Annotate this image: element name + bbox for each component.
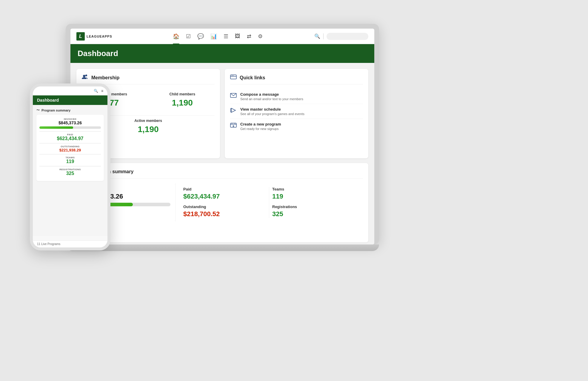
child-members-value: 1,190 xyxy=(153,98,212,108)
teams-label: Teams xyxy=(272,187,355,191)
nav-messages-icon[interactable]: 💬 xyxy=(197,33,204,40)
phone-content: 〜 Program summary INVOICED $845,373.26 P… xyxy=(33,105,107,236)
new-program-text: Create a new program Get ready for new s… xyxy=(240,122,281,131)
outstanding-block: Outstanding $218,700.52 xyxy=(183,205,266,218)
nav-divider xyxy=(323,33,324,39)
registrations-label: Registrations xyxy=(272,205,355,209)
phone-paid: PAID $623,434.97 xyxy=(39,133,101,141)
schedule-desc: See all of your program's games and even… xyxy=(240,112,304,116)
compose-title: Compose a message xyxy=(240,92,303,97)
page-title: Dashboard xyxy=(78,49,367,58)
phone-registrations-value: 325 xyxy=(39,171,101,176)
logo-icon: L xyxy=(76,32,85,41)
phone-divider-3 xyxy=(39,154,101,154)
quick-links-icon xyxy=(230,74,237,81)
phone-invoiced: INVOICED $845,373.26 xyxy=(39,118,101,129)
phone-outstanding: OUTSTANDING $221,938.29 xyxy=(39,145,101,152)
phone-teams: TEAMS 119 xyxy=(39,156,101,164)
nav-settings-icon[interactable]: ⚙ xyxy=(258,33,263,40)
child-members-block: Child members 1,190 xyxy=(150,89,215,111)
logo: L LEAGUEAPPS xyxy=(76,32,112,41)
phone-paid-value: $623,434.97 xyxy=(39,136,101,141)
phone-registrations-label: REGISTRATIONS xyxy=(39,168,101,171)
svg-point-0 xyxy=(83,75,85,77)
right-stats: Paid $623,434.97 Outstanding $218,700.52… xyxy=(176,183,363,222)
logo-letter: L xyxy=(79,34,82,39)
schedule-icon xyxy=(230,108,237,114)
phone-teams-label: TEAMS xyxy=(39,156,101,159)
nav-home-icon[interactable]: 🏠 xyxy=(173,33,179,40)
live-programs-text: 11 Live Programs xyxy=(37,242,60,246)
phone-teams-value: 119 xyxy=(39,159,101,164)
phone-status-bar: 🔍 ≡ xyxy=(33,86,107,95)
phone-divider-1 xyxy=(39,131,101,131)
quick-link-schedule[interactable]: View master schedule See all of your pro… xyxy=(230,104,363,119)
program-stats: Invoiced $845,373.26 Paid $623,434.97 xyxy=(82,183,363,222)
compose-icon xyxy=(230,93,237,100)
phone-program-summary-title: 〜 Program summary xyxy=(36,108,104,112)
phone-program-icon: 〜 xyxy=(36,108,40,112)
menu-icon-phone[interactable]: ≡ xyxy=(101,89,103,93)
nav-right: 🔍 xyxy=(314,33,368,40)
phone-paid-label: PAID xyxy=(39,133,101,136)
search-icon-phone[interactable]: 🔍 xyxy=(94,89,98,93)
phone-outstanding-label: OUTSTANDING xyxy=(39,145,101,148)
quick-link-new-program[interactable]: Create a new program Get ready for new s… xyxy=(230,119,363,134)
laptop-screen: L LEAGUEAPPS 🏠 ☑ 💬 📊 ☰ 🖼 ⇄ ⚙ xyxy=(70,29,374,244)
outstanding-label: Outstanding xyxy=(183,205,266,209)
search-bar[interactable] xyxy=(327,33,368,40)
teams-reg-block: Teams 119 Registrations 325 xyxy=(269,187,358,218)
phone-registrations: REGISTRATIONS 325 xyxy=(39,168,101,176)
phone-progress-fill xyxy=(39,126,73,129)
program-summary-card: Program summary Invoiced $845,373.26 xyxy=(76,163,368,243)
new-program-title: Create a new program xyxy=(240,122,281,126)
phone-bottom-bar: 11 Live Programs xyxy=(33,240,107,247)
dashboard-header: Dashboard xyxy=(70,44,374,63)
nav-chart-icon[interactable]: 📊 xyxy=(210,33,217,40)
phone: 🔍 ≡ Dashboard 〜 Program summary INVOICED… xyxy=(30,83,110,250)
nav-image-icon[interactable]: 🖼 xyxy=(235,33,240,39)
quick-links-header: Quick links xyxy=(230,74,363,84)
phone-outstanding-value: $221,938.29 xyxy=(39,148,101,152)
search-icon[interactable]: 🔍 xyxy=(314,33,320,39)
paid-label: Paid xyxy=(183,187,266,191)
nav-bar: L LEAGUEAPPS 🏠 ☑ 💬 📊 ☰ 🖼 ⇄ ⚙ xyxy=(70,29,374,44)
outstanding-value: $218,700.52 xyxy=(183,210,266,218)
phone-header: Dashboard xyxy=(33,95,107,105)
paid-value: $623,434.97 xyxy=(183,193,266,200)
schedule-text: View master schedule See all of your pro… xyxy=(240,107,304,116)
laptop-screen-outer: L LEAGUEAPPS 🏠 ☑ 💬 📊 ☰ 🖼 ⇄ ⚙ xyxy=(66,24,379,244)
nav-transfer-icon[interactable]: ⇄ xyxy=(247,33,251,40)
phone-progress-bar xyxy=(39,126,101,129)
logo-text: LEAGUEAPPS xyxy=(87,35,112,38)
svg-point-5 xyxy=(233,75,233,76)
new-program-desc: Get ready for new signups xyxy=(240,127,281,131)
phone-invoiced-value: $845,373.26 xyxy=(39,120,101,125)
registrations-value: 325 xyxy=(272,210,355,218)
membership-icon xyxy=(82,74,88,81)
laptop-base xyxy=(66,244,379,251)
membership-title: Membership xyxy=(91,75,119,80)
quick-links-title: Quick links xyxy=(240,75,265,80)
scene: L LEAGUEAPPS 🏠 ☑ 💬 📊 ☰ 🖼 ⇄ ⚙ xyxy=(0,0,588,381)
laptop: L LEAGUEAPPS 🏠 ☑ 💬 📊 ☰ 🖼 ⇄ ⚙ xyxy=(66,24,379,352)
paid-block: Paid $623,434.97 Outstanding $218,700.52 xyxy=(180,187,269,218)
nav-list-icon[interactable]: ☰ xyxy=(224,33,228,40)
phone-stats-card: INVOICED $845,373.26 PAID $623,434.97 OU… xyxy=(36,115,104,181)
svg-point-4 xyxy=(232,75,232,76)
program-summary-header: Program summary xyxy=(82,168,363,179)
child-members-label: Child members xyxy=(153,92,212,96)
quick-link-compose[interactable]: Compose a message Send an email and/or t… xyxy=(230,89,363,104)
new-program-icon xyxy=(230,123,237,129)
registrations-block: Registrations 325 xyxy=(272,205,355,218)
compose-desc: Send an email and/or text to your member… xyxy=(240,97,303,101)
svg-rect-2 xyxy=(230,75,236,79)
svg-point-1 xyxy=(85,75,87,76)
phone-divider-2 xyxy=(39,143,101,143)
main-content: Membership Adult members 77 Child member… xyxy=(70,63,374,244)
nav-tasks-icon[interactable]: ☑ xyxy=(186,33,191,40)
compose-text: Compose a message Send an email and/or t… xyxy=(240,92,303,101)
teams-value: 119 xyxy=(272,193,355,200)
phone-divider-4 xyxy=(39,166,101,166)
svg-marker-7 xyxy=(231,108,235,112)
